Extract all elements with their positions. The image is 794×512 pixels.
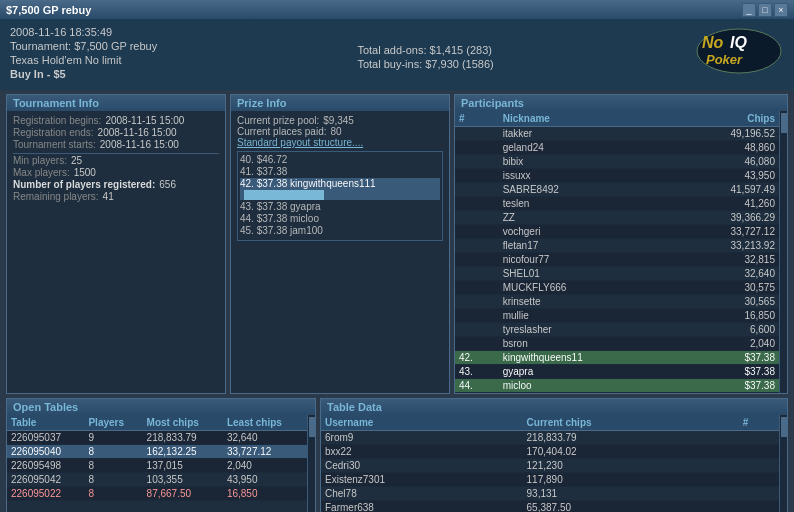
buy-in: Buy In - $5 — [10, 68, 157, 80]
open-table-row[interactable]: 2260950408162,132.2533,727.12 — [7, 445, 307, 459]
participant-row[interactable]: 44.micloo$37.38 — [455, 379, 779, 393]
remaining-row: Remaining players: 41 — [13, 191, 219, 202]
places-paid-label: Current places paid: — [237, 126, 327, 137]
tourney-starts-value: 2008-11-16 15:00 — [100, 139, 179, 150]
logo: No IQ Poker — [694, 26, 784, 76]
maximize-button[interactable]: □ — [758, 3, 772, 17]
participant-row[interactable]: krinsette30,565 — [455, 295, 779, 309]
open-tables-col-header: Table — [7, 415, 84, 431]
current-prize-row: Current prize pool: $9,345 — [237, 115, 443, 126]
open-tables-header: Open Tables — [7, 399, 315, 415]
participants-col-header: # — [455, 111, 499, 127]
participant-row[interactable]: 42.kingwithqueens11$37.38 — [455, 351, 779, 365]
participants-scrollbar[interactable] — [779, 111, 787, 393]
tournament-info-body: Registration begins: 2008-11-15 15:00 Re… — [7, 111, 225, 393]
open-table-row[interactable]: 2260954988137,0152,040 — [7, 459, 307, 473]
scrollbar-thumb3 — [781, 417, 787, 437]
participants-body: #NicknameChipsitakker49,196.52geland2448… — [455, 111, 787, 393]
participant-row[interactable]: fletan1733,213.92 — [455, 239, 779, 253]
participant-row[interactable]: itakker49,196.52 — [455, 127, 779, 141]
min-players-label: Min players: — [13, 155, 67, 166]
prize-entry: 44. $37.38 micloo — [240, 213, 440, 224]
participant-row[interactable]: SABRE849241,597.49 — [455, 183, 779, 197]
window-title: $7,500 GP rebuy — [6, 4, 91, 16]
participants-header: Participants — [455, 95, 787, 111]
participant-row[interactable]: 43.gyapra$37.38 — [455, 365, 779, 379]
total-addons: Total add-ons: $1,415 (283) — [357, 44, 493, 56]
payout-link[interactable]: Standard payout structure.... — [237, 137, 443, 148]
participant-row[interactable]: MUCKFLY66630,575 — [455, 281, 779, 295]
total-buyins: Total buy-ins: $7,930 (1586) — [357, 58, 493, 70]
open-tables-col-header: Players — [84, 415, 142, 431]
table-data-row[interactable]: Cedri30121,230 — [321, 459, 779, 473]
scrollbar-thumb — [781, 113, 787, 133]
max-players-row: Max players: 1500 — [13, 167, 219, 178]
max-players-value: 1500 — [74, 167, 96, 178]
participant-row[interactable]: issuxx43,950 — [455, 169, 779, 183]
participant-row[interactable]: bsron2,040 — [455, 337, 779, 351]
participants-col-header: Nickname — [499, 111, 675, 127]
table-data-row[interactable]: bxx22170,404.02 — [321, 445, 779, 459]
table-data-body: UsernameCurrent chips#6rom9218,833.79bxx… — [321, 415, 787, 512]
table-data-table: UsernameCurrent chips#6rom9218,833.79bxx… — [321, 415, 779, 512]
participants-col-header: Chips — [674, 111, 779, 127]
reg-begins-value: 2008-11-15 15:00 — [105, 115, 184, 126]
table-data-scrollbar[interactable] — [779, 415, 787, 512]
participant-row[interactable]: SHEL0132,640 — [455, 267, 779, 281]
participants-table: #NicknameChipsitakker49,196.52geland2448… — [455, 111, 779, 393]
tournament-name: Tournament: $7,500 GP rebuy — [10, 40, 157, 52]
game-type: Texas Hold'em No limit — [10, 54, 157, 66]
participant-row[interactable]: teslen41,260 — [455, 197, 779, 211]
max-players-label: Max players: — [13, 167, 70, 178]
close-window-button[interactable]: × — [774, 3, 788, 17]
table-data-row[interactable]: Chel7893,131 — [321, 487, 779, 501]
remaining-value: 41 — [103, 191, 114, 202]
participant-row[interactable]: geland2448,860 — [455, 141, 779, 155]
participants-table-container: #NicknameChipsitakker49,196.52geland2448… — [455, 111, 787, 393]
svg-text:No: No — [702, 34, 724, 51]
participant-row[interactable]: tyreslasher6,600 — [455, 323, 779, 337]
table-data-row[interactable]: Farmer63865,387.50 — [321, 501, 779, 513]
prize-entry: 43. $37.38 gyapra — [240, 201, 440, 212]
table-data-container: UsernameCurrent chips#6rom9218,833.79bxx… — [321, 415, 787, 512]
minimize-button[interactable]: _ — [742, 3, 756, 17]
tournament-info-header: Tournament Info — [7, 95, 225, 111]
participants-panel: Participants #NicknameChipsitakker49,196… — [454, 94, 788, 394]
participant-row[interactable]: ZZ39,366.29 — [455, 211, 779, 225]
open-table-row[interactable]: 226095022887,667.5016,850 — [7, 487, 307, 501]
prize-entry: 40. $46.72 — [240, 154, 440, 165]
num-registered-row: Number of players registered: 656 — [13, 179, 219, 190]
tournament-info-panel: Tournament Info Registration begins: 200… — [6, 94, 226, 394]
open-tables-container: TablePlayersMost chipsLeast chips2260950… — [7, 415, 315, 512]
participant-row[interactable]: nicofour7732,815 — [455, 253, 779, 267]
num-registered-label: Number of players registered: — [13, 179, 155, 190]
reg-ends-label: Registration ends: — [13, 127, 94, 138]
remaining-label: Remaining players: — [13, 191, 99, 202]
prize-info-panel: Prize Info Current prize pool: $9,345 Cu… — [230, 94, 450, 394]
scrollbar-thumb2 — [309, 417, 315, 437]
open-table-row[interactable]: 2260950428103,35543,950 — [7, 473, 307, 487]
prize-entry: 41. $37.38 — [240, 166, 440, 177]
open-tables-scrollbar[interactable] — [307, 415, 315, 512]
tourney-starts-label: Tournament starts: — [13, 139, 96, 150]
participant-row[interactable]: mullie16,850 — [455, 309, 779, 323]
open-tables-col-header: Least chips — [223, 415, 307, 431]
participant-row[interactable]: vochgeri33,727.12 — [455, 225, 779, 239]
places-paid-value: 80 — [331, 126, 342, 137]
svg-text:IQ: IQ — [730, 34, 747, 51]
bottom-row: Open Tables TablePlayersMost chipsLeast … — [6, 398, 788, 512]
datetime: 2008-11-16 18:35:49 — [10, 26, 157, 38]
table-data-row[interactable]: Existenz7301117,890 — [321, 473, 779, 487]
open-tables-col-header: Most chips — [143, 415, 223, 431]
prize-entry: 45. $37.38 jam100 — [240, 225, 440, 236]
num-registered-value: 656 — [159, 179, 176, 190]
reg-begins-label: Registration begins: — [13, 115, 101, 126]
prize-list: 40. $46.7241. $37.3842. $37.38 kingwithq… — [237, 151, 443, 241]
min-players-row: Min players: 25 — [13, 155, 219, 166]
top-row: Tournament Info Registration begins: 200… — [6, 94, 788, 394]
min-players-value: 25 — [71, 155, 82, 166]
header: 2008-11-16 18:35:49 Tournament: $7,500 G… — [0, 20, 794, 90]
participant-row[interactable]: bibix46,080 — [455, 155, 779, 169]
open-table-row[interactable]: 2260950379218,833.7932,640 — [7, 431, 307, 445]
table-data-row[interactable]: 6rom9218,833.79 — [321, 431, 779, 445]
